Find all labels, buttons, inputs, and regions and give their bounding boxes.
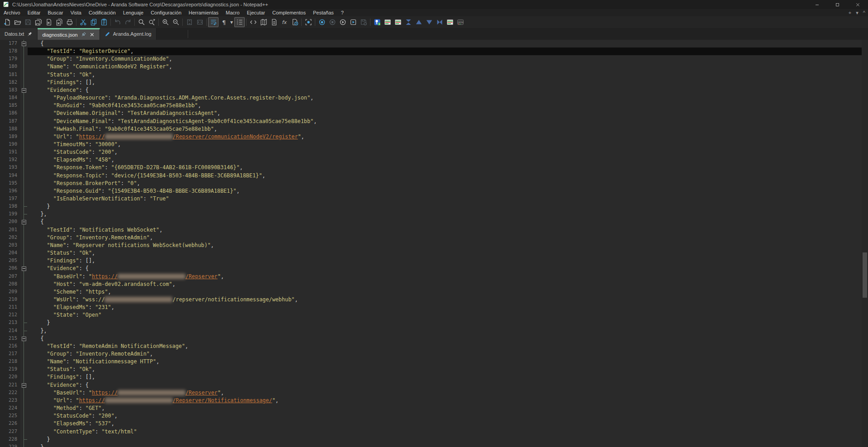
plugin-collapse-button[interactable] — [403, 17, 413, 27]
code-line-209[interactable]: 209 "Scheme": "https", — [0, 288, 862, 296]
view-source-button[interactable] — [248, 17, 258, 27]
plugin-bowtie-button[interactable] — [434, 17, 445, 27]
code-line-198[interactable]: 198 } — [0, 203, 862, 210]
line-number[interactable]: 228 — [0, 436, 17, 442]
line-number[interactable]: 208 — [0, 281, 17, 286]
code-lines[interactable]: 177 {178 "TestId": "RegisterDevice",179 … — [0, 40, 868, 447]
code-line-178[interactable]: 178 "TestId": "RegisterDevice", — [0, 48, 862, 55]
line-number[interactable]: 225 — [0, 413, 17, 418]
code-line-206[interactable]: 206 "Evidence": { — [0, 265, 862, 272]
close-file-button[interactable] — [43, 17, 54, 27]
tab-diagnostics-json[interactable]: diagnostics.json — [38, 28, 100, 40]
zoom-in-button[interactable] — [160, 17, 171, 27]
fold-collapse-icon[interactable] — [22, 337, 26, 341]
paste-button[interactable] — [99, 17, 109, 27]
menu-item-editar[interactable]: Editar — [24, 10, 44, 15]
copy-button[interactable] — [88, 17, 99, 27]
code-line-205[interactable]: 205 "Findings": [], — [0, 257, 862, 265]
new-tab-button[interactable]: + — [849, 10, 851, 15]
code-line-210[interactable]: 210 "WsUrl": "wss:///repserver/notificat… — [0, 296, 862, 304]
undo-button[interactable] — [112, 17, 123, 27]
line-number[interactable]: 215 — [0, 335, 17, 341]
macro-stop-button[interactable] — [327, 17, 337, 27]
line-number[interactable]: 192 — [0, 157, 17, 162]
line-number[interactable]: 207 — [0, 273, 17, 279]
line-number[interactable]: 224 — [0, 405, 17, 410]
code-line-202[interactable]: 202 "Group": "Inventory.RemoteAdmin", — [0, 234, 862, 242]
vertical-scrollbar[interactable] — [862, 40, 868, 447]
line-number[interactable]: 219 — [0, 366, 17, 371]
plugin-pin-button[interactable] — [372, 17, 382, 27]
menu-item-help[interactable]: ? — [337, 10, 347, 15]
plugin-expand-up-button[interactable] — [413, 17, 424, 27]
line-number[interactable]: 216 — [0, 343, 17, 348]
code-line-216[interactable]: 216 "TestId": "RemoteAdmin NotificationM… — [0, 342, 862, 350]
code-line-196[interactable]: 196 "Response.Guid": "{1549E3B4-B503-4B4… — [0, 187, 862, 195]
line-number[interactable]: 184 — [0, 95, 17, 100]
pushpin-icon[interactable] — [27, 31, 33, 37]
line-number[interactable]: 217 — [0, 351, 17, 356]
code-line-218[interactable]: 218 "Name": "Notificationmessage HTTP", — [0, 358, 862, 366]
menu-item-complementos[interactable]: Complementos — [269, 10, 309, 15]
line-number[interactable]: 189 — [0, 133, 17, 139]
line-number[interactable]: 193 — [0, 164, 17, 170]
code-line-203[interactable]: 203 "Name": "Repserver notifications Web… — [0, 242, 862, 249]
macro-run-multiple-button[interactable] — [348, 17, 358, 27]
scroll-tabs-button[interactable]: ^ — [863, 10, 865, 15]
code-line-191[interactable]: 191 "StatusCode": "200", — [0, 148, 862, 156]
scrollbar-thumb[interactable] — [863, 252, 867, 298]
find-button[interactable] — [136, 17, 147, 27]
word-wrap-button[interactable] — [208, 17, 218, 27]
line-number[interactable]: 214 — [0, 328, 17, 333]
fold-collapse-icon[interactable] — [22, 266, 26, 271]
menu-item-configuraci-n[interactable]: Configuración — [147, 10, 185, 15]
sync-horizontal-button[interactable] — [194, 17, 205, 27]
line-number[interactable]: 198 — [0, 203, 17, 209]
code-line-192[interactable]: 192 "ElapsedMs": "458", — [0, 156, 862, 164]
code-line-180[interactable]: 180 "Name": "CommunicationNodeV2 Registe… — [0, 63, 862, 71]
code-line-201[interactable]: 201 "TestId": "Notifications WebSocket", — [0, 226, 862, 234]
fold-collapse-icon[interactable] — [22, 383, 26, 388]
line-number[interactable]: 199 — [0, 211, 17, 216]
open-file-button[interactable] — [12, 17, 23, 27]
line-number[interactable]: 211 — [0, 304, 17, 309]
code-line-189[interactable]: 189 "Url": "https:///Repserver/communica… — [0, 133, 862, 141]
line-number[interactable]: 190 — [0, 141, 17, 147]
line-number[interactable]: 186 — [0, 110, 17, 115]
code-line-182[interactable]: 182 "Findings": [], — [0, 79, 862, 86]
line-number[interactable]: 183 — [0, 87, 17, 92]
code-line-200[interactable]: 200 { — [0, 218, 862, 226]
code-line-219[interactable]: 219 "Status": "Ok", — [0, 366, 862, 373]
code-line-184[interactable]: 184 "PayloadResource": "Aranda.Diagnosti… — [0, 94, 862, 102]
line-number[interactable]: 180 — [0, 63, 17, 69]
code-line-187[interactable]: 187 "DeviceName.Final": "TestArandaDiagn… — [0, 118, 862, 125]
line-number[interactable]: 194 — [0, 172, 17, 178]
line-number[interactable]: 209 — [0, 289, 17, 294]
line-number[interactable]: 220 — [0, 374, 17, 379]
plugin-json-button[interactable] — [455, 17, 465, 27]
line-number[interactable]: 195 — [0, 180, 17, 185]
code-line-208[interactable]: 208 "Host": "vm-adm-dev02.arandasoft.com… — [0, 281, 862, 288]
sync-vertical-button[interactable] — [184, 17, 194, 27]
plugin-expand-down-button[interactable] — [424, 17, 434, 27]
line-number[interactable]: 185 — [0, 102, 17, 108]
macro-play-button[interactable] — [337, 17, 348, 27]
code-line-181[interactable]: 181 "Status": "Ok", — [0, 71, 862, 79]
line-number[interactable]: 204 — [0, 250, 17, 255]
zoom-out-button[interactable] — [171, 17, 181, 27]
tab-list-button[interactable]: ▾ — [856, 10, 859, 16]
line-number[interactable]: 200 — [0, 219, 17, 224]
code-line-226[interactable]: 226 "ElapsedMs": "537", — [0, 420, 862, 428]
indent-guide-button[interactable] — [234, 17, 245, 27]
redo-button[interactable] — [123, 17, 133, 27]
line-number[interactable]: 206 — [0, 265, 17, 271]
code-line-195[interactable]: 195 "Response.BrokerPort": "0", — [0, 180, 862, 187]
minimize-button[interactable] — [807, 0, 827, 9]
line-number[interactable]: 182 — [0, 79, 17, 85]
menu-item-buscar[interactable]: Buscar — [44, 10, 66, 15]
code-line-179[interactable]: 179 "Group": "Inventory.CommunicationNod… — [0, 55, 862, 63]
line-number[interactable]: 210 — [0, 296, 17, 302]
line-number[interactable]: 227 — [0, 428, 17, 434]
code-line-194[interactable]: 194 "Response.Topic": "device/{1549E3B4-… — [0, 172, 862, 180]
close-button[interactable] — [848, 0, 868, 9]
